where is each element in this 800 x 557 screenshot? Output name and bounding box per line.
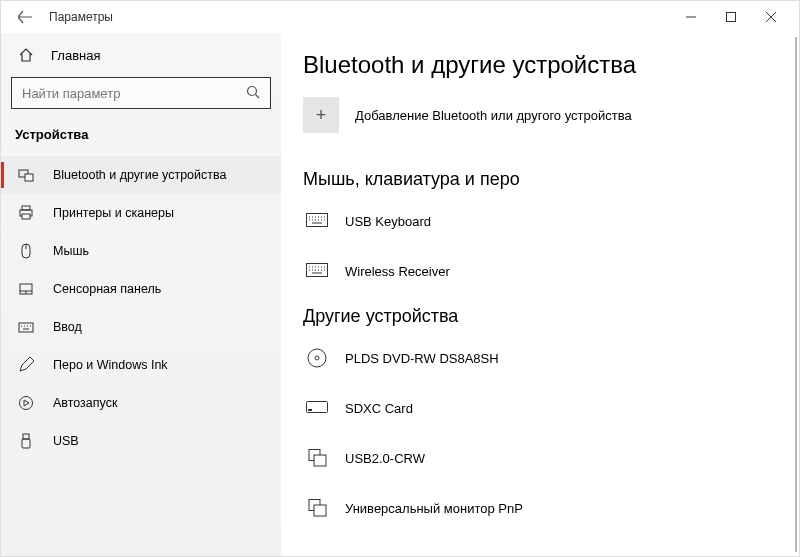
- device-label: PLDS DVD-RW DS8A8SH: [345, 351, 499, 366]
- home-link[interactable]: Главная: [1, 39, 281, 73]
- back-button[interactable]: [15, 7, 35, 27]
- svg-rect-6: [22, 206, 30, 210]
- device-label: USB2.0-CRW: [345, 451, 425, 466]
- svg-point-52: [315, 356, 319, 360]
- sidebar-item-label: Мышь: [53, 244, 89, 258]
- group-title-input: Мышь, клавиатура и перо: [303, 169, 769, 190]
- sidebar-item-label: Автозапуск: [53, 396, 117, 410]
- disc-icon: [305, 347, 329, 369]
- device-item[interactable]: USB Keyboard: [303, 204, 769, 238]
- svg-rect-54: [308, 409, 312, 411]
- svg-rect-8: [22, 214, 30, 219]
- svg-rect-14: [19, 323, 33, 332]
- sidebar-item-mouse[interactable]: Мышь: [1, 232, 281, 270]
- printer-icon: [17, 205, 35, 221]
- svg-rect-5: [25, 174, 33, 181]
- main-panel: Bluetooth и другие устройства + Добавлен…: [281, 33, 799, 556]
- content: Главная Устройства Bluetooth и другие ус…: [1, 33, 799, 556]
- svg-rect-56: [314, 455, 326, 466]
- device-item[interactable]: PLDS DVD-RW DS8A8SH: [303, 341, 769, 375]
- plus-icon: +: [303, 97, 339, 133]
- keyboard-icon: [17, 320, 35, 334]
- device-label: Универсальный монитор PnP: [345, 501, 523, 516]
- keyboard-icon: [305, 260, 329, 282]
- page-title: Bluetooth и другие устройства: [303, 51, 769, 79]
- device-item[interactable]: Универсальный монитор PnP: [303, 491, 769, 525]
- sidebar-section-title: Устройства: [1, 123, 281, 156]
- device-generic-icon: [305, 447, 329, 469]
- svg-point-51: [308, 349, 326, 367]
- sidebar-item-bluetooth[interactable]: Bluetooth и другие устройства: [1, 156, 281, 194]
- pen-icon: [17, 357, 35, 373]
- svg-rect-58: [314, 505, 326, 516]
- device-label: USB Keyboard: [345, 214, 431, 229]
- svg-rect-22: [22, 439, 30, 448]
- search-wrap: [11, 77, 271, 109]
- device-item[interactable]: USB2.0-CRW: [303, 441, 769, 475]
- maximize-button[interactable]: [711, 3, 751, 31]
- sidebar-item-pen[interactable]: Перо и Windows Ink: [1, 346, 281, 384]
- autoplay-icon: [17, 395, 35, 411]
- devices-icon: [17, 167, 35, 183]
- svg-point-2: [248, 86, 257, 95]
- sidebar-item-printers[interactable]: Принтеры и сканеры: [1, 194, 281, 232]
- svg-rect-21: [23, 434, 29, 439]
- sidebar-item-label: Принтеры и сканеры: [53, 206, 174, 220]
- svg-point-20: [20, 397, 33, 410]
- sidebar-item-label: Bluetooth и другие устройства: [53, 168, 226, 182]
- home-icon: [17, 47, 35, 63]
- sidebar-item-usb[interactable]: USB: [1, 422, 281, 460]
- sidebar-item-label: Ввод: [53, 320, 82, 334]
- card-icon: [305, 397, 329, 419]
- group-title-other: Другие устройства: [303, 306, 769, 327]
- keyboard-icon: [305, 210, 329, 232]
- sidebar-item-autoplay[interactable]: Автозапуск: [1, 384, 281, 422]
- device-generic-icon: [305, 497, 329, 519]
- scrollbar[interactable]: [795, 37, 797, 552]
- search-icon: [246, 85, 260, 102]
- device-item[interactable]: SDXC Card: [303, 391, 769, 425]
- add-device-label: Добавление Bluetooth или другого устройс…: [355, 108, 632, 123]
- usb-icon: [17, 433, 35, 449]
- svg-line-3: [256, 94, 260, 98]
- search-box[interactable]: [11, 77, 271, 109]
- sidebar-item-typing[interactable]: Ввод: [1, 308, 281, 346]
- home-label: Главная: [51, 48, 100, 63]
- sidebar-item-label: USB: [53, 434, 79, 448]
- sidebar-item-touchpad[interactable]: Сенсорная панель: [1, 270, 281, 308]
- add-device-button[interactable]: + Добавление Bluetooth или другого устро…: [303, 97, 769, 133]
- search-input[interactable]: [22, 86, 246, 101]
- minimize-button[interactable]: [671, 3, 711, 31]
- device-item[interactable]: Wireless Receiver: [303, 254, 769, 288]
- sidebar: Главная Устройства Bluetooth и другие ус…: [1, 33, 281, 556]
- close-button[interactable]: [751, 3, 791, 31]
- window-title: Параметры: [49, 10, 113, 24]
- sidebar-item-label: Перо и Windows Ink: [53, 358, 168, 372]
- touchpad-icon: [17, 281, 35, 297]
- titlebar: Параметры: [1, 1, 799, 33]
- sidebar-item-label: Сенсорная панель: [53, 282, 161, 296]
- svg-rect-1: [727, 13, 736, 22]
- device-label: Wireless Receiver: [345, 264, 450, 279]
- mouse-icon: [17, 243, 35, 259]
- device-label: SDXC Card: [345, 401, 413, 416]
